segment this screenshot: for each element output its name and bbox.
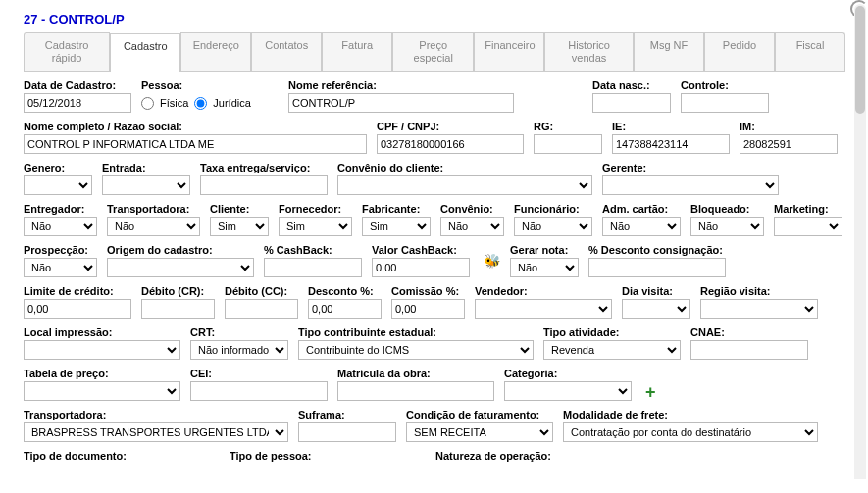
tab-contatos[interactable]: Contatos — [251, 32, 322, 71]
input-valor-cashback[interactable] — [372, 258, 470, 277]
input-pct-desconto-cons[interactable] — [588, 258, 726, 277]
label-valor-cashback: Valor CashBack: — [372, 244, 470, 256]
input-matricula-obra[interactable] — [337, 381, 494, 401]
select-marketing[interactable] — [774, 217, 842, 236]
input-nome-completo[interactable] — [24, 134, 367, 154]
select-entregador[interactable]: Não — [24, 217, 97, 236]
label-rg: RG: — [534, 121, 602, 132]
add-categoria-icon[interactable]: + — [645, 383, 656, 401]
vertical-scrollbar[interactable] — [854, 4, 866, 479]
input-suframa[interactable] — [298, 422, 396, 442]
select-condicao-faturamento[interactable]: SEM RECEITA — [406, 422, 553, 442]
select-tabela-preco[interactable] — [24, 381, 180, 401]
select-adm-cartao[interactable]: Não — [602, 217, 681, 236]
select-gerar-nota[interactable]: Não — [510, 258, 579, 277]
select-tipo-atividade[interactable]: Revenda — [543, 340, 681, 360]
select-fabricante[interactable]: Sim — [362, 217, 431, 236]
label-modalidade-frete: Modalidade de frete: — [563, 409, 818, 420]
label-tipo-atividade: Tipo atividade: — [543, 326, 681, 338]
select-local-impressao[interactable] — [24, 340, 180, 360]
tab-fatura[interactable]: Fatura — [322, 32, 392, 71]
label-suframa: Suframa: — [298, 409, 396, 420]
label-vendedor: Vendedor: — [475, 285, 612, 297]
label-convenio-cliente: Convênio do cliente: — [337, 162, 592, 173]
input-nome-ref[interactable] — [288, 93, 514, 113]
label-entregador: Entregador: — [24, 203, 97, 215]
input-im[interactable] — [740, 134, 838, 154]
select-convenio[interactable]: Não — [440, 217, 504, 236]
input-rg[interactable] — [534, 134, 602, 154]
tab-cadastro-rapido[interactable]: Cadastro rápido — [24, 32, 110, 71]
select-cliente[interactable]: Sim — [210, 217, 269, 236]
page-title: 27 - CONTROL/P — [24, 12, 845, 26]
select-tipo-contrib[interactable]: Contribuinte do ICMS — [298, 340, 534, 360]
select-genero[interactable] — [24, 175, 92, 195]
label-funcionario: Funcionário: — [514, 203, 592, 215]
select-transportadora2[interactable]: BRASPRESS TRANSPORTES URGENTES LTDA — [24, 422, 288, 442]
input-debito-cr[interactable] — [141, 299, 215, 319]
select-convenio-cliente[interactable] — [337, 175, 592, 195]
select-categoria[interactable] — [504, 381, 632, 401]
label-cpf-cnpj: CPF / CNPJ: — [377, 121, 524, 132]
select-crt[interactable]: Não informado — [190, 340, 288, 360]
input-limite-credito[interactable] — [24, 299, 131, 319]
label-im: IM: — [740, 121, 838, 132]
tab-endereco[interactable]: Endereço — [180, 32, 251, 71]
tab-msg-nf[interactable]: Msg NF — [634, 32, 704, 71]
select-vendedor[interactable] — [475, 299, 612, 319]
label-condicao-faturamento: Condição de faturamento: — [406, 409, 553, 420]
label-marketing: Marketing: — [774, 203, 842, 215]
label-nome-completo: Nome completo / Razão social: — [24, 121, 367, 132]
scrollbar-thumb[interactable] — [855, 6, 865, 114]
tab-cadastro[interactable]: Cadastro — [110, 33, 180, 72]
tab-historico-vendas[interactable]: Historico vendas — [544, 32, 634, 71]
select-origem-cadastro[interactable] — [107, 258, 254, 277]
label-bloqueado: Bloqueado: — [690, 203, 764, 215]
input-debito-cc[interactable] — [225, 299, 298, 319]
input-cnae[interactable] — [690, 340, 808, 360]
input-ie[interactable] — [612, 134, 730, 154]
label-debito-cc: Débito (CC): — [225, 285, 298, 297]
label-tipo-contrib: Tipo contribuinte estadual: — [298, 326, 534, 338]
select-prospeccao[interactable]: Não — [24, 258, 97, 277]
input-comissao-pct[interactable] — [391, 299, 465, 319]
select-regiao-visita[interactable] — [700, 299, 818, 319]
label-gerar-nota: Gerar nota: — [510, 244, 579, 256]
select-dia-visita[interactable] — [622, 299, 690, 319]
select-entrada[interactable] — [102, 175, 190, 195]
select-funcionario[interactable]: Não — [514, 217, 592, 236]
radio-juridica[interactable] — [194, 97, 207, 110]
tab-preco-especial[interactable]: Preço especial — [392, 32, 474, 71]
label-ie: IE: — [612, 121, 730, 132]
tab-bar: Cadastro rápido Cadastro Endereço Contat… — [24, 32, 845, 72]
label-cnae: CNAE: — [690, 326, 808, 338]
cashback-icon[interactable]: 🐝 — [484, 253, 500, 269]
label-nome-ref: Nome referência: — [288, 79, 514, 91]
tab-pedido[interactable]: Pedido — [704, 32, 775, 71]
input-desconto-pct[interactable] — [308, 299, 382, 319]
input-data-cadastro[interactable] — [24, 93, 131, 113]
label-prospeccao: Prospecção: — [24, 244, 97, 256]
input-taxa-entrega[interactable] — [200, 175, 328, 195]
label-tipo-pessoa: Tipo de pessoa: — [230, 450, 426, 462]
label-data-cadastro: Data de Cadastro: — [24, 79, 131, 91]
label-debito-cr: Débito (CR): — [141, 285, 215, 297]
label-pct-desconto-cons: % Desconto consignação: — [588, 244, 726, 256]
input-data-nasc[interactable] — [592, 93, 671, 113]
input-controle[interactable] — [681, 93, 769, 113]
label-categoria: Categoria: — [504, 368, 632, 379]
select-fornecedor[interactable]: Sim — [279, 217, 352, 236]
select-modalidade-frete[interactable]: Contratação por conta do destinatário — [563, 422, 818, 442]
label-fornecedor: Fornecedor: — [279, 203, 352, 215]
input-pct-cashback[interactable] — [264, 258, 362, 277]
tab-financeiro[interactable]: Financeiro — [474, 32, 544, 71]
radio-juridica-label: Jurídica — [213, 97, 251, 109]
tab-fiscal[interactable]: Fiscal — [775, 32, 845, 71]
select-gerente[interactable] — [602, 175, 779, 195]
input-cpf-cnpj[interactable] — [377, 134, 524, 154]
select-bloqueado[interactable]: Não — [690, 217, 764, 236]
select-transportadora[interactable]: Não — [107, 217, 200, 236]
radio-fisica[interactable] — [141, 97, 154, 110]
input-cei[interactable] — [190, 381, 328, 401]
label-pct-cashback: % CashBack: — [264, 244, 362, 256]
